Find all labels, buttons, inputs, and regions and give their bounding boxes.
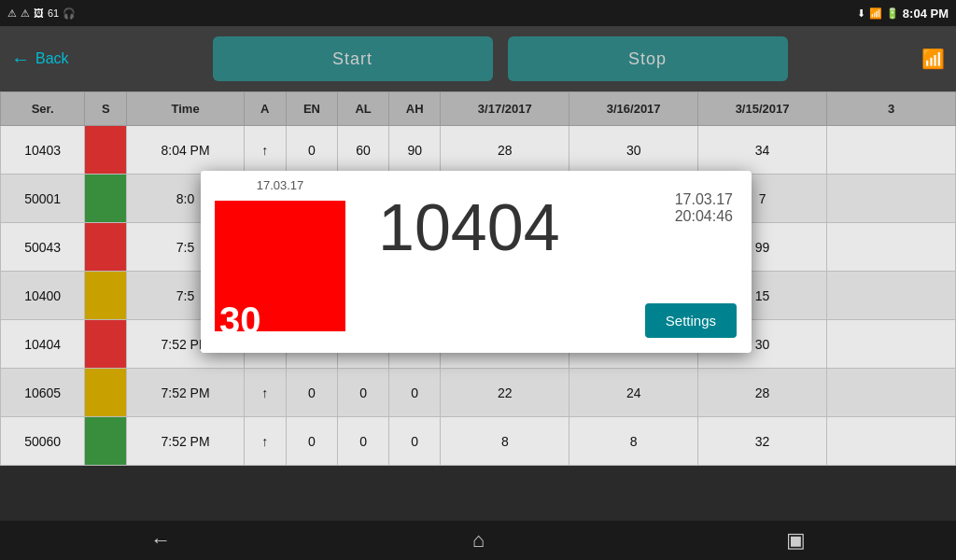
cell-d2: 24: [569, 369, 698, 417]
cell-d4: [827, 320, 956, 369]
warning-icon-1: ⚠: [7, 7, 17, 20]
cell-ser: 10400: [1, 272, 85, 320]
cell-status: [85, 272, 127, 320]
cell-d4: [827, 223, 956, 272]
cell-en: 0: [286, 369, 337, 417]
nav-home-button[interactable]: ⌂: [454, 525, 503, 556]
cell-time: 8:04 PM: [127, 126, 244, 175]
col-header-ah: AH: [389, 92, 441, 126]
table-header-row: Ser. S Time A EN AL AH 3/17/2017 3/16/20…: [1, 92, 956, 126]
cell-al: 0: [338, 417, 389, 466]
col-header-s: S: [85, 92, 127, 126]
cell-a: ↑: [244, 369, 286, 417]
back-arrow-icon: ←: [11, 49, 30, 70]
cell-d2: 8: [569, 417, 698, 466]
cell-d3: 34: [698, 126, 827, 175]
warning-icon-2: ⚠: [21, 7, 30, 20]
popup-right-time: 20:04:46: [675, 208, 733, 225]
col-header-al: AL: [338, 92, 389, 126]
wifi-signal-icon: 📶: [869, 7, 882, 20]
cell-ah: 0: [389, 369, 441, 417]
cell-a: ↑: [244, 126, 286, 175]
status-icons-left: ⚠ ⚠ 🖼 61 🎧: [7, 7, 76, 20]
cell-a: ↑: [244, 417, 286, 466]
back-button[interactable]: ← Back: [11, 49, 86, 70]
cell-d4: [827, 417, 956, 466]
cell-status: [85, 175, 127, 223]
cell-d3: 32: [698, 417, 827, 466]
col-header-en: EN: [286, 92, 337, 126]
cell-ser: 50060: [1, 417, 85, 466]
cell-ah: 90: [389, 126, 441, 175]
cell-status: [85, 223, 127, 272]
cell-d4: [827, 126, 956, 175]
cell-d1: 8: [441, 417, 569, 466]
settings-button[interactable]: Settings: [645, 303, 737, 338]
status-time: 8:04 PM: [903, 7, 949, 21]
popup-date-time: 17.03.17 20:04:46: [675, 191, 733, 225]
notification-count: 61: [48, 7, 59, 19]
cell-status: [85, 417, 127, 466]
battery-icon: 🔋: [886, 7, 899, 20]
status-bar: ⚠ ⚠ 🖼 61 🎧 ⬇ 📶 🔋 8:04 PM: [0, 0, 956, 26]
cell-en: 0: [286, 417, 337, 466]
table-row[interactable]: 10403 8:04 PM ↑ 0 60 90 28 30 34: [1, 126, 956, 175]
cell-ser: 50001: [1, 175, 85, 223]
col-header-a: A: [244, 92, 286, 126]
cell-d4: [827, 175, 956, 223]
col-header-d4: 3: [827, 92, 956, 126]
cell-ah: 0: [389, 417, 441, 466]
top-buttons: Start Stop: [101, 36, 899, 81]
nav-bar: ← ⌂ ▣: [0, 521, 956, 560]
cell-time: 7:52 PM: [127, 417, 244, 466]
cell-en: 0: [286, 126, 337, 175]
image-icon: 🖼: [34, 7, 44, 19]
cell-al: 0: [338, 369, 389, 417]
cell-d2: 30: [569, 126, 698, 175]
popup-dialog: 17.03.17 30 10404 17.03.17 20:04:46 Sett…: [201, 171, 752, 353]
cell-ser: 10605: [1, 369, 85, 417]
table-row[interactable]: 50060 7:52 PM ↑ 0 0 0 8 8 32: [1, 417, 956, 466]
popup-right-date: 17.03.17: [675, 191, 733, 208]
headset-icon: 🎧: [63, 7, 76, 20]
cell-d3: 28: [698, 369, 827, 417]
start-button[interactable]: Start: [213, 36, 493, 81]
bluetooth-icon: ⬇: [857, 7, 865, 20]
back-label: Back: [35, 50, 69, 67]
col-header-d1: 3/17/2017: [441, 92, 569, 126]
col-header-time: Time: [127, 92, 244, 126]
col-header-ser: Ser.: [1, 92, 85, 126]
popup-number: 30: [219, 300, 261, 342]
cell-time: 7:52 PM: [127, 369, 244, 417]
cell-d4: [827, 369, 956, 417]
popup-left-date: 17.03.17: [201, 171, 359, 194]
cell-ser: 10403: [1, 126, 85, 175]
popup-right-panel: 10404 17.03.17 20:04:46 Settings: [359, 171, 752, 353]
cell-status: [85, 320, 127, 369]
cell-status: [85, 369, 127, 417]
popup-main-number: 10404: [378, 195, 560, 260]
cell-ser: 10404: [1, 320, 85, 369]
cell-status: [85, 126, 127, 175]
nav-recent-button[interactable]: ▣: [767, 525, 824, 556]
popup-left-panel: 17.03.17 30: [201, 171, 359, 353]
table-row[interactable]: 10605 7:52 PM ↑ 0 0 0 22 24 28: [1, 369, 956, 417]
wifi-icon: 📶: [921, 48, 945, 70]
top-bar: ← Back Start Stop 📶: [0, 26, 956, 91]
cell-al: 60: [338, 126, 389, 175]
nav-back-button[interactable]: ←: [132, 525, 190, 556]
col-header-d2: 3/16/2017: [569, 92, 698, 126]
cell-d1: 22: [441, 369, 569, 417]
status-icons-right: ⬇ 📶 🔋 8:04 PM: [857, 7, 949, 21]
cell-d1: 28: [441, 126, 569, 175]
cell-d4: [827, 272, 956, 320]
stop-button[interactable]: Stop: [508, 36, 788, 81]
cell-ser: 50043: [1, 223, 85, 272]
col-header-d3: 3/15/2017: [698, 92, 827, 126]
